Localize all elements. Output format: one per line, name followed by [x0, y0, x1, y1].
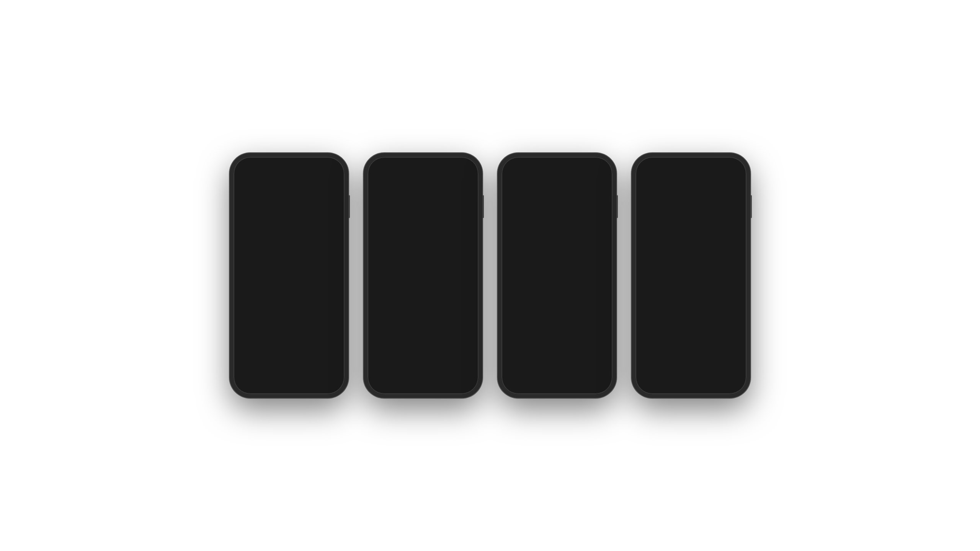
weather-widget[interactable]: Grandview ↗ 91° ☀️ Sunny H:93° L:62° — [372, 176, 449, 226]
svg-rect-57 — [410, 354, 413, 355]
uf-d — [655, 191, 666, 202]
gf-d — [548, 280, 553, 286]
weather-range-text: H:93° L:62° — [377, 206, 444, 210]
gf-d — [593, 274, 598, 280]
dock-mail-p4[interactable] — [681, 361, 701, 381]
dock-messages-p4[interactable]: 💬 — [709, 361, 729, 381]
folder-apple[interactable]: Apple — [508, 266, 530, 294]
camera-icon-lock — [317, 371, 325, 378]
camera-button[interactable] — [312, 366, 329, 383]
dot-p4-4 — [696, 351, 698, 353]
gf-d — [542, 268, 547, 274]
svg-rect-6 — [277, 383, 301, 385]
svg-point-19 — [451, 169, 452, 170]
gf-d — [573, 311, 578, 316]
folder-awesomegames[interactable]: Awesomegames — [508, 297, 530, 324]
battery-icon-p3 — [596, 167, 605, 171]
event-item-1: Shawn out of Of... — [511, 197, 551, 205]
svg-rect-13 — [336, 169, 337, 170]
facetime-maps-col: FaceTime Maps — [425, 261, 447, 320]
gf-d — [510, 305, 516, 310]
photos-svg — [378, 235, 392, 248]
app-item-photos[interactable]: Photos — [374, 230, 396, 258]
app-item-camera[interactable]: Camera — [452, 176, 474, 204]
dock-phone-p3[interactable]: 📞 — [519, 361, 539, 381]
productivity-label: Productivity — [452, 339, 470, 343]
dock-messages-p3[interactable]: 💬 — [575, 361, 595, 381]
lockscreen-time-display: 15:20 Wednesday, July 13 — [234, 195, 345, 231]
svg-point-30 — [386, 241, 391, 245]
gf-d — [599, 268, 604, 274]
gf-d — [593, 244, 598, 249]
gf-d — [573, 299, 578, 304]
dock-mail-p3[interactable] — [547, 361, 567, 381]
things-title-text: Today — [570, 181, 583, 186]
dot-p3-2 — [556, 351, 558, 353]
gf-d — [548, 311, 553, 316]
settings-svg — [457, 212, 469, 224]
folder-books[interactable]: Books — [584, 235, 607, 263]
photography-label: Photography — [560, 290, 580, 294]
f-dot — [452, 330, 458, 335]
uf-d — [713, 179, 724, 190]
app-item-calendar[interactable]: WED 13 Calendar — [399, 230, 422, 258]
stool — [407, 283, 416, 291]
gf-d — [573, 250, 578, 255]
dock-phone[interactable]: 📞 — [385, 361, 405, 381]
home-indicator-p3 — [538, 390, 576, 391]
dock-phone-p4[interactable]: 📞 — [653, 361, 673, 381]
svg-rect-46 — [430, 269, 438, 276]
app-row-4: Reminders Wallet — [372, 315, 474, 343]
app-item-productivity[interactable]: Productivity — [450, 315, 473, 343]
phone-1: 15:20 15:20 Wednesday, July 13 — [230, 153, 348, 398]
lock-bottom-controls — [234, 366, 345, 383]
things-widget[interactable]: ⭐ Today Nothing Planned — [559, 176, 608, 217]
gf-d — [573, 268, 578, 274]
dock-messages[interactable]: 💬 — [441, 361, 461, 381]
things-folder-label: Things — [559, 228, 608, 235]
clock-app-icon — [425, 230, 447, 253]
flashlight-button[interactable] — [249, 366, 266, 383]
p4-food-item[interactable]: Food — [685, 176, 727, 224]
home-indicator — [270, 390, 308, 391]
svg-point-51 — [437, 326, 440, 329]
folder-countdowns[interactable]: Countdowns — [533, 235, 556, 263]
app-item-facetime[interactable]: FaceTime — [425, 261, 447, 289]
gf-d — [548, 305, 553, 310]
widget-row-3: 🦄 Chloe's Home Notion FaceTime — [372, 261, 474, 320]
signal-icon — [314, 168, 319, 171]
svg-rect-66 — [730, 168, 737, 171]
lock-icon — [285, 179, 293, 187]
folder-social[interactable]: Social — [533, 297, 555, 324]
app-item-music[interactable]: Music — [425, 315, 447, 343]
f-dot — [452, 318, 458, 323]
chloes-home-widget[interactable]: 🦄 Chloe's Home Notion — [372, 261, 422, 311]
calendar-events-widget[interactable]: WEDNESDAY 13 Shawn out of Of... Family n… — [506, 176, 555, 217]
folder-finance[interactable]: Finance — [533, 266, 556, 294]
gf-d — [542, 299, 547, 304]
p4-utilities-item[interactable]: Utilities — [640, 176, 682, 224]
app-item-reminders[interactable]: Reminders — [374, 315, 396, 343]
gf-d — [599, 280, 604, 286]
folder-productivity-p3[interactable]: Productivity — [559, 297, 581, 324]
app-item-clock[interactable]: Clock — [425, 230, 447, 258]
widget-row-p3-top: WEDNESDAY 13 Shawn out of Of... Family n… — [506, 176, 608, 217]
folder-travel[interactable]: Travel — [584, 266, 607, 294]
status-right — [314, 167, 337, 171]
apple-label: Apple — [514, 290, 523, 294]
folder-utilities[interactable]: Utilities — [559, 235, 581, 263]
gf-d — [573, 238, 578, 243]
gf-d — [510, 238, 515, 243]
folder-photography[interactable]: Photography — [559, 266, 581, 294]
lock-date: Wednesday, July 13 — [234, 224, 345, 231]
folder-everything[interactable]: Everything — [508, 235, 530, 263]
books-icon — [584, 235, 606, 258]
gf-d — [522, 250, 528, 255]
maps-svg — [430, 297, 443, 309]
uf-d — [668, 179, 679, 190]
app-item-notes[interactable]: Notes — [450, 230, 473, 258]
p4-daycount-item[interactable]: NYC 41 DAYS UNTIL DayCount — [730, 176, 746, 224]
reminders-app-icon — [374, 315, 396, 337]
dock-mail[interactable] — [413, 361, 433, 381]
app-item-wallet[interactable]: Wallet — [399, 315, 422, 343]
